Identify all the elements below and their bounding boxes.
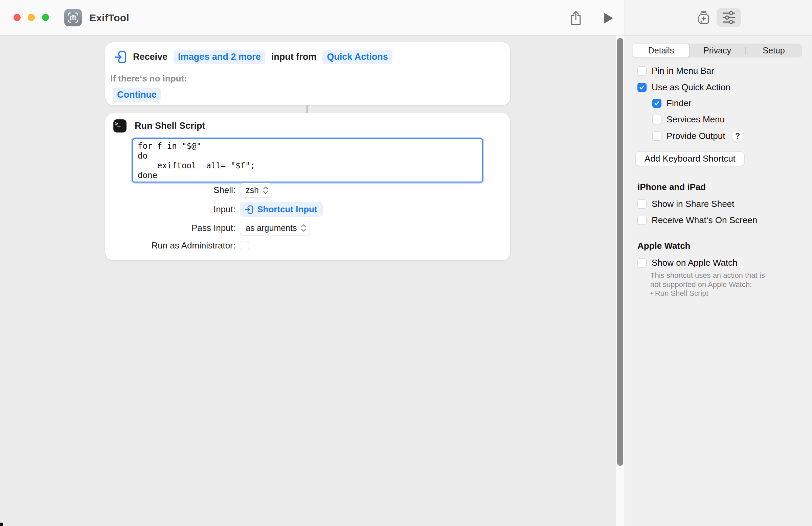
use-quick-action-checkbox[interactable] [637,83,647,92]
pass-input-label: Pass Input: [191,221,235,235]
shell-row: Shell: zsh [105,183,510,197]
screen-corner-artifact [0,523,3,526]
run-as-admin-checkbox[interactable] [240,241,249,250]
use-quick-action-label: Use as Quick Action [652,82,730,93]
shortcut-input-icon [245,205,253,214]
pin-menu-bar-checkbox[interactable] [637,66,647,75]
receive-onscreen-row: Receive What‘s On Screen [637,215,757,225]
window-title: ExifTool [89,0,129,35]
code-line: do [138,151,477,161]
code-line: done [138,171,477,181]
services-menu-label: Services Menu [667,114,725,125]
input-row: Input: Shortcut Input [105,202,510,217]
tab-privacy[interactable]: Privacy [689,44,745,58]
sliders-icon [721,11,736,25]
shortcuts-window: ExifTool [0,0,812,526]
no-input-label: If there‘s no input: [110,73,187,84]
shell-dropdown[interactable]: zsh [240,183,272,197]
stepper-chevrons-icon [263,185,268,195]
share-sheet-row: Show in Share Sheet [637,199,734,209]
watch-compat-note: This shortcut uses an action that is not… [650,271,769,298]
shell-value: zsh [246,185,259,195]
finder-label: Finder [667,98,692,108]
share-sheet-label: Show in Share Sheet [652,199,734,209]
play-icon [604,13,613,24]
scrollbar-thumb[interactable] [617,38,623,466]
run-shell-script-card: >_ Run Shell Script for f in "$@" do exi… [105,113,510,260]
card-header: >_ Run Shell Script [113,119,205,133]
share-icon [569,10,582,26]
pass-input-value: as arguments [246,223,297,233]
input-source-token[interactable]: Quick Actions [322,50,392,64]
receive-action-line: Receive Images and 2 more input from Qui… [115,50,392,64]
shortcut-input-token[interactable]: Shortcut Input [240,202,323,217]
input-from-label: input from [271,52,316,62]
watch-note-text: This shortcut uses an action that is not… [650,271,769,289]
pin-menu-bar-label: Pin in Menu Bar [652,65,714,76]
shell-script-editor[interactable]: for f in "$@" do exiftool -all= "$f"; do… [132,138,483,182]
apple-watch-heading: Apple Watch [637,241,690,251]
action-title: Run Shell Script [135,121,205,131]
shortcut-input-icon [115,51,127,63]
titlebar: ExifTool [0,0,812,35]
close-window-button[interactable] [14,14,20,21]
action-library-icon [697,10,710,26]
services-menu-row: Services Menu [652,114,725,125]
show-on-watch-label: Show on Apple Watch [652,258,737,268]
code-line: exiftool -all= "$f"; [138,161,477,171]
pin-menu-bar-row: Pin in Menu Bar [637,65,714,76]
pass-input-row: Pass Input: as arguments [105,221,510,235]
input-types-token[interactable]: Images and 2 more [174,50,265,64]
watch-note-bullet: • Run Shell Script [650,289,769,298]
finder-row: Finder [652,98,692,108]
stepper-chevrons-icon [301,223,306,232]
shortcut-editor-canvas: Receive Images and 2 more input from Qui… [0,35,625,526]
input-value: Shortcut Input [257,204,317,215]
pass-input-dropdown[interactable]: as arguments [240,221,310,235]
run-shortcut-button[interactable] [601,12,615,25]
zoom-window-button[interactable] [42,14,49,21]
shell-label: Shell: [214,183,235,197]
show-on-watch-row: Show on Apple Watch [637,258,737,268]
no-input-action-token[interactable]: Continue [113,88,161,102]
run-as-admin-row: Run as Administrator: [105,240,510,251]
share-sheet-checkbox[interactable] [637,199,647,209]
run-as-admin-label: Run as Administrator: [151,240,235,251]
minimize-window-button[interactable] [28,14,35,21]
tab-setup[interactable]: Setup [746,44,802,58]
provide-output-checkbox[interactable] [652,132,662,141]
receive-label: Receive [133,52,168,62]
input-label: Input: [214,202,235,217]
provide-output-row: Provide Output ? [652,130,743,142]
receive-action-card: Receive Images and 2 more input from Qui… [105,42,510,105]
code-line: for f in "$@" [138,141,477,151]
services-menu-checkbox[interactable] [652,115,662,124]
receive-onscreen-label: Receive What‘s On Screen [652,215,757,225]
share-button[interactable] [566,8,585,28]
add-keyboard-shortcut-button[interactable]: Add Keyboard Shortcut [635,151,745,166]
action-connector-line [306,105,307,114]
shortcut-app-icon [64,9,82,26]
camera-viewfinder-icon [67,12,79,23]
provide-output-label: Provide Output [667,131,725,141]
tab-details[interactable]: Details [633,44,689,58]
terminal-icon: >_ [113,119,127,133]
use-quick-action-row: Use as Quick Action [637,82,730,93]
show-on-watch-checkbox[interactable] [637,258,647,267]
details-panel: Details Privacy Setup Pin in Menu Bar Us… [625,35,812,526]
shortcut-details-toggle-button[interactable] [716,8,741,27]
iphone-ipad-heading: iPhone and iPad [637,182,706,192]
provide-output-help-button[interactable]: ? [731,130,743,142]
panel-tabs: Details Privacy Setup [633,44,802,58]
finder-checkbox[interactable] [652,99,662,108]
action-library-button[interactable] [695,9,712,27]
receive-onscreen-checkbox[interactable] [637,216,647,225]
